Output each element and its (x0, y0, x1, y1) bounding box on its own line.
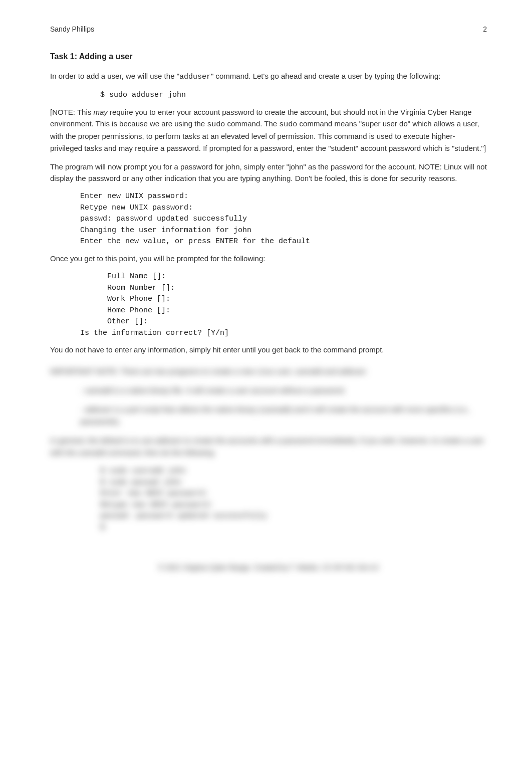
document-page: Sandy Phillips 2 Task 1: Adding a user I… (0, 0, 532, 592)
password-paragraph: The program will now prompt you for a pa… (50, 161, 487, 184)
blurred-command: $ sudo useradd john $ sudo passwd john E… (100, 466, 487, 533)
task-title: Task 1: Adding a user (50, 52, 487, 61)
note1-a: [NOTE: This (50, 108, 93, 116)
para1-text-b: " command. Let's go ahead and create a u… (211, 72, 440, 80)
note-paragraph: [NOTE: This may require you to enter you… (50, 106, 487, 154)
adduser-inline: adduser (179, 73, 211, 81)
page-header: Sandy Phillips 2 (50, 25, 487, 33)
command-block-3: Full Name []: Room Number []: Work Phone… (80, 271, 487, 339)
note1-may: may (93, 108, 107, 116)
prompt-paragraph: Once you get to this point, you will be … (50, 253, 487, 264)
command-block-2: Enter new UNIX password: Retype new UNIX… (80, 191, 487, 248)
page-number: 2 (483, 25, 487, 33)
para1-text-a: In order to add a user, we will use the … (50, 72, 179, 80)
closing-paragraph: You do not have to enter any information… (50, 344, 487, 355)
sudo-inline-1: sudo (207, 120, 225, 129)
command-block-1: $ sudo adduser john (100, 90, 487, 101)
blurred-content: IMPORTANT NOTE: There are two programs t… (50, 365, 487, 571)
blurred-line1: IMPORTANT NOTE: There are two programs t… (50, 365, 487, 377)
author-name: Sandy Phillips (50, 25, 94, 33)
note1-c: command. The (225, 119, 279, 128)
intro-paragraph: In order to add a user, we will use the … (50, 70, 487, 83)
blurred-bullet1: - useradd is a native binary file. It wi… (50, 384, 487, 397)
sudo-inline-2: sudo (279, 120, 297, 129)
blurred-bullet2: - adduser is a perl script that utilizes… (50, 404, 487, 428)
blurred-line2: In general, the default is to use adduse… (50, 435, 487, 459)
blurred-footer: © 2021 Virginia Cyber Range. Created by … (50, 563, 487, 571)
